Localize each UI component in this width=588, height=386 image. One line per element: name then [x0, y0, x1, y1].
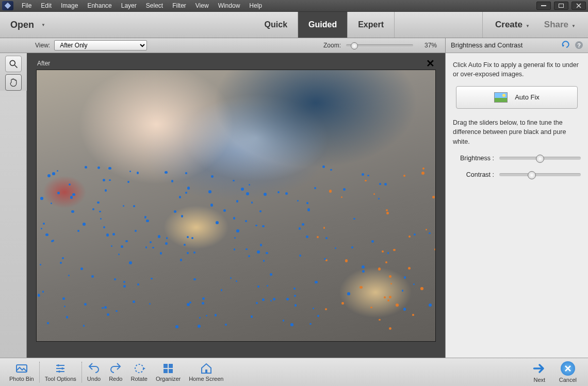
svg-point-15	[135, 364, 143, 373]
svg-marker-16	[143, 367, 145, 370]
panel-title: Brightness and Contrast	[451, 41, 522, 49]
tool-options-button[interactable]: Tool Options	[41, 362, 80, 382]
hand-tool[interactable]	[5, 74, 22, 91]
cancel-button[interactable]: Cancel	[553, 361, 583, 383]
workspace: After ✕ Click Auto Fix to apply a genera…	[0, 53, 588, 358]
autofix-label: Auto Fix	[515, 93, 540, 103]
menu-edit[interactable]: Edit	[40, 1, 53, 10]
rotate-button[interactable]: Rotate	[126, 362, 151, 382]
svg-line-7	[15, 65, 18, 68]
caret-down-icon: ▼	[526, 24, 530, 28]
next-button[interactable]: Next	[526, 361, 553, 383]
autofix-button[interactable]: Auto Fix	[456, 86, 578, 109]
zoom-value: 37%	[418, 42, 437, 49]
option-bar: View: After Only Zoom: 37% Brightness an…	[0, 38, 588, 53]
caret-down-icon: ▼	[41, 23, 45, 27]
brightness-label: Brightness :	[453, 154, 494, 163]
svg-point-12	[57, 364, 59, 366]
canvas-close[interactable]: ✕	[426, 60, 435, 67]
autofix-icon	[494, 92, 508, 103]
photo-image	[37, 70, 435, 341]
svg-rect-1	[541, 5, 546, 6]
title-bar: File Edit Image Enhance Layer Select Fil…	[0, 0, 588, 12]
share-menu[interactable]: Share▼	[544, 20, 576, 30]
svg-point-6	[10, 60, 15, 65]
view-label: View:	[35, 42, 50, 49]
help-icon[interactable]: ?	[575, 41, 583, 49]
zoom-label: Zoom:	[323, 42, 341, 49]
svg-rect-18	[169, 364, 173, 368]
svg-rect-19	[164, 369, 168, 373]
tab-guided[interactable]: Guided	[298, 12, 347, 38]
view-select[interactable]: After Only	[54, 40, 147, 51]
canvas-area: After ✕	[27, 53, 445, 358]
menu-view[interactable]: View	[194, 1, 210, 10]
menu-help[interactable]: Help	[248, 1, 263, 10]
zoom-thumb[interactable]	[351, 42, 358, 49]
tab-quick[interactable]: Quick	[254, 12, 298, 38]
canvas-title: After	[37, 60, 50, 67]
reset-icon[interactable]	[562, 41, 571, 49]
svg-point-14	[58, 371, 60, 373]
window-controls	[536, 2, 586, 10]
redo-button[interactable]: Redo	[105, 362, 126, 382]
zoom-tool[interactable]	[5, 56, 22, 72]
mode-bar: Open ▼ Quick Guided Expert Create▼ Share…	[0, 12, 588, 38]
app-logo	[2, 1, 13, 10]
home-screen-button[interactable]: Home Screen	[185, 362, 227, 382]
panel-intro: Click Auto Fix to apply a general fix to…	[453, 60, 581, 79]
svg-marker-0	[5, 3, 11, 9]
svg-rect-20	[169, 369, 173, 373]
contrast-thumb[interactable]	[528, 171, 536, 179]
tab-expert[interactable]: Expert	[347, 12, 395, 38]
undo-button[interactable]: Undo	[83, 362, 105, 382]
right-panel: Click Auto Fix to apply a general fix to…	[445, 53, 588, 358]
canvas-frame[interactable]	[36, 70, 436, 342]
caret-down-icon: ▼	[571, 24, 576, 28]
brightness-slider[interactable]	[499, 157, 581, 160]
menu-image[interactable]: Image	[60, 1, 79, 10]
contrast-label: Contrast :	[453, 170, 494, 179]
open-menu[interactable]: Open ▼	[0, 12, 57, 38]
menu-select[interactable]: Select	[145, 1, 164, 10]
panel-desc2: Drag the sliders below, to fine tune the…	[453, 118, 581, 146]
organizer-button[interactable]: Organizer	[152, 362, 185, 382]
brightness-thumb[interactable]	[536, 155, 544, 163]
maximize-button[interactable]	[554, 2, 568, 10]
open-label: Open	[10, 20, 34, 30]
tool-column	[0, 53, 27, 358]
menu-layer[interactable]: Layer	[120, 1, 138, 10]
bottom-bar: Photo Bin Tool Options Undo Redo Rotate …	[0, 358, 588, 386]
menu-filter[interactable]: Filter	[171, 1, 187, 10]
menu-enhance[interactable]: Enhance	[86, 1, 112, 10]
svg-point-13	[61, 367, 63, 370]
svg-rect-17	[164, 364, 168, 368]
svg-rect-2	[559, 4, 564, 8]
create-menu[interactable]: Create▼	[495, 20, 530, 30]
minimize-button[interactable]	[536, 2, 551, 10]
photo-bin-button[interactable]: Photo Bin	[5, 362, 38, 382]
menu-window[interactable]: Window	[217, 1, 241, 10]
svg-rect-21	[205, 370, 207, 373]
contrast-slider[interactable]	[499, 173, 581, 176]
menu-file[interactable]: File	[21, 1, 32, 10]
close-button[interactable]	[571, 2, 586, 10]
zoom-slider[interactable]	[346, 44, 413, 46]
